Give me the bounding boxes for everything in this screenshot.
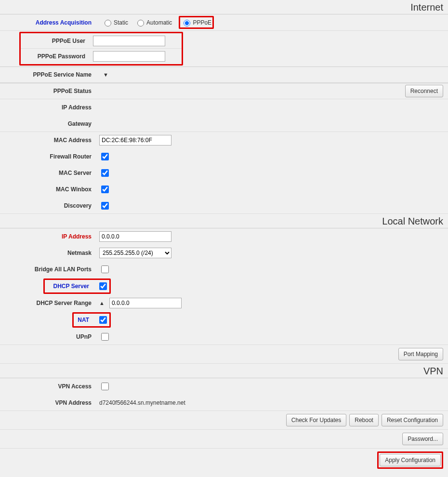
- row-ip-address-internet: IP Address: [0, 99, 448, 116]
- firewall-router-checkbox[interactable]: [101, 153, 109, 160]
- row-address-acquisition: Address Acquisition Static Automatic PPP…: [0, 14, 448, 31]
- row-pppoe-status: PPPoE Status Reconnect: [0, 83, 448, 99]
- mac-server-label: MAC Server: [5, 170, 96, 176]
- vpn-address-value: d7240f566244.sn.mynetname.net: [99, 399, 185, 406]
- pppoe-password-label: PPPoE Password: [23, 53, 90, 60]
- pppoe-user-input[interactable]: [93, 36, 165, 46]
- bridge-lan-checkbox[interactable]: [101, 265, 109, 273]
- row-password: Password...: [0, 430, 448, 449]
- highlight-dhcp-server: DHCP Server: [43, 278, 111, 294]
- mac-server-checkbox[interactable]: [101, 169, 109, 177]
- row-ip-address-local: IP Address: [0, 228, 448, 245]
- row-gateway: Gateway: [0, 116, 448, 132]
- row-port-mapping: Port Mapping: [0, 345, 448, 364]
- chevron-up-icon: ▲: [99, 300, 105, 306]
- password-button[interactable]: Password...: [402, 433, 443, 445]
- vpn-access-checkbox[interactable]: [101, 383, 109, 390]
- radio-automatic[interactable]: Automatic: [135, 18, 172, 26]
- row-apply: Apply Configuration: [0, 449, 448, 472]
- check-for-updates-button[interactable]: Check For Updates: [286, 414, 346, 426]
- reset-configuration-button[interactable]: Reset Configuration: [382, 414, 443, 426]
- row-bridge-lan: Bridge All LAN Ports: [0, 261, 448, 278]
- row-mac-winbox: MAC Winbox: [0, 181, 448, 198]
- firewall-router-label: Firewall Router: [5, 153, 96, 160]
- nat-checkbox[interactable]: [99, 316, 107, 324]
- chevron-down-icon: ▼: [103, 72, 108, 78]
- row-dhcp-range[interactable]: DHCP Server Range ▲: [0, 295, 448, 311]
- radio-pppoe-input[interactable]: [184, 20, 190, 26]
- pppoe-status-label: PPPoE Status: [5, 88, 96, 94]
- mac-winbox-checkbox[interactable]: [101, 186, 109, 193]
- highlight-pppoe-credentials: PPPoE User PPPoE Password: [19, 32, 183, 66]
- row-pppoe-user: PPPoE User: [21, 33, 182, 49]
- pppoe-service-name-label: PPPoE Service Name: [5, 71, 96, 78]
- row-mac-server: MAC Server: [0, 165, 448, 181]
- section-title-internet: Internet: [0, 0, 448, 14]
- highlight-pppoe-radio: PPPoE: [179, 16, 214, 29]
- row-upnp: UPnP: [0, 329, 448, 345]
- row-mac-address: MAC Address: [0, 132, 448, 148]
- radio-automatic-input[interactable]: [137, 20, 144, 26]
- ip-address-local-label: IP Address: [5, 233, 96, 240]
- upnp-checkbox[interactable]: [101, 333, 109, 341]
- row-nat: NAT: [0, 311, 448, 329]
- gateway-label: Gateway: [5, 120, 96, 127]
- row-discovery: Discovery: [0, 198, 448, 214]
- radio-pppoe[interactable]: PPPoE: [181, 18, 211, 26]
- section-title-local: Local Network: [0, 214, 448, 228]
- pppoe-user-label: PPPoE User: [23, 38, 90, 44]
- address-acquisition-label: Address Acquisition: [5, 19, 96, 26]
- bridge-lan-label: Bridge All LAN Ports: [5, 266, 96, 273]
- row-vpn-address: VPN Address d7240f566244.sn.mynetname.ne…: [0, 395, 448, 411]
- ip-address-internet-label: IP Address: [5, 104, 96, 111]
- discovery-label: Discovery: [5, 202, 96, 209]
- row-netmask: Netmask 255.255.255.0 (/24): [0, 245, 448, 261]
- netmask-select[interactable]: 255.255.255.0 (/24): [99, 248, 171, 258]
- pppoe-password-input[interactable]: [93, 51, 165, 62]
- upnp-label: UPnP: [5, 333, 96, 340]
- port-mapping-button[interactable]: Port Mapping: [398, 348, 443, 360]
- apply-configuration-button[interactable]: Apply Configuration: [380, 454, 441, 466]
- radio-static-input[interactable]: [105, 20, 111, 26]
- radio-static[interactable]: Static: [102, 18, 128, 26]
- dhcp-range-label: DHCP Server Range: [5, 300, 96, 306]
- mac-winbox-label: MAC Winbox: [5, 186, 96, 193]
- dhcp-server-checkbox[interactable]: [99, 282, 107, 290]
- row-firewall-router: Firewall Router: [0, 148, 448, 165]
- vpn-access-label: VPN Access: [5, 383, 96, 390]
- reconnect-button[interactable]: Reconnect: [405, 85, 443, 97]
- row-pppoe-password: PPPoE Password: [21, 49, 182, 64]
- row-main-actions: Check For Updates Reboot Reset Configura…: [0, 411, 448, 430]
- section-title-vpn: VPN: [0, 364, 448, 378]
- reboot-button[interactable]: Reboot: [349, 414, 379, 426]
- netmask-label: Netmask: [5, 250, 96, 256]
- row-pppoe-service-name[interactable]: PPPoE Service Name ▼: [0, 66, 448, 83]
- nat-label: NAT: [75, 317, 94, 323]
- mac-address-label: MAC Address: [5, 137, 96, 144]
- dhcp-range-input[interactable]: [109, 298, 182, 308]
- row-dhcp-server: DHCP Server: [0, 278, 448, 295]
- highlight-apply: Apply Configuration: [377, 451, 443, 469]
- highlight-nat: NAT: [72, 312, 111, 328]
- vpn-address-label: VPN Address: [5, 399, 96, 406]
- mac-address-input[interactable]: [99, 135, 171, 146]
- dhcp-server-label: DHCP Server: [46, 283, 94, 290]
- address-acquisition-radios: Static Automatic PPPoE: [99, 16, 214, 29]
- row-vpn-access: VPN Access: [0, 378, 448, 395]
- discovery-checkbox[interactable]: [101, 202, 109, 210]
- ip-address-local-input[interactable]: [99, 231, 171, 242]
